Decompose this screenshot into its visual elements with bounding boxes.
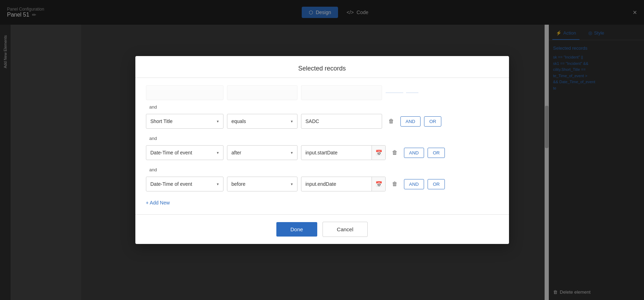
modal-body: and Short Title ▾ equals ▾ 🗑 AND OR <box>135 78 509 214</box>
faded-or-underline <box>406 92 418 93</box>
filter-1-and-button[interactable]: AND <box>400 116 421 127</box>
filter-3-value-input[interactable] <box>301 181 372 187</box>
filter-3-op-label: before <box>232 181 246 187</box>
filter-row-3-container: Date-Time of event ▾ before ▾ 📅 🗑 <box>146 175 498 194</box>
filter-row-3: Date-Time of event ▾ before ▾ 📅 🗑 <box>146 175 498 194</box>
filter-3-and-button[interactable]: AND <box>404 179 424 189</box>
filter-2-or-button[interactable]: OR <box>428 148 445 158</box>
faded-op-select <box>227 85 298 100</box>
filter-1-field-label: Short Title <box>151 118 173 124</box>
calendar-icon-2: 📅 <box>375 181 382 188</box>
filter-1-or-button[interactable]: OR <box>424 116 442 127</box>
filter-2-field-select[interactable]: Date-Time of event ▾ <box>146 145 223 160</box>
filter-3-field-label: Date-Time of event <box>151 181 192 187</box>
filter-2-value-input[interactable] <box>301 150 372 155</box>
filter-2-field-label: Date-Time of event <box>151 150 192 155</box>
faded-filter-row <box>146 83 498 102</box>
add-new-button[interactable]: + Add New <box>146 196 170 209</box>
filter-1-field-chevron: ▾ <box>217 119 219 124</box>
filter-3-op-chevron: ▾ <box>291 182 293 186</box>
modal-title: Selected records <box>146 65 498 72</box>
filter-3-field-chevron: ▾ <box>217 182 219 186</box>
filter-3-delete-button[interactable]: 🗑 <box>389 178 400 190</box>
filter-2-op-label: after <box>232 150 241 155</box>
faded-and-underline <box>386 92 403 93</box>
filter-1-op-chevron: ▾ <box>291 119 293 124</box>
filter-2-op-select[interactable]: after ▾ <box>227 145 298 160</box>
filter-row-1: Short Title ▾ equals ▾ 🗑 AND OR <box>146 112 498 131</box>
filter-2-op-chevron: ▾ <box>291 151 293 155</box>
connector-and-2: and <box>146 134 498 143</box>
filter-row-1-container: Short Title ▾ equals ▾ 🗑 AND OR <box>146 112 498 131</box>
modal-overlay: Selected records and Short Title <box>0 0 644 300</box>
filter-1-field-select[interactable]: Short Title ▾ <box>146 114 223 129</box>
modal-dialog: Selected records and Short Title <box>135 56 509 244</box>
filter-row-2-container: Date-Time of event ▾ after ▾ 📅 🗑 A <box>146 143 498 162</box>
filter-row-2: Date-Time of event ▾ after ▾ 📅 🗑 A <box>146 143 498 162</box>
filter-1-op-label: equals <box>232 118 246 124</box>
faded-value-input <box>301 85 382 100</box>
filter-2-calendar-button[interactable]: 📅 <box>372 146 386 160</box>
filter-2-field-chevron: ▾ <box>217 151 219 155</box>
filter-3-field-select[interactable]: Date-Time of event ▾ <box>146 177 223 191</box>
done-button[interactable]: Done <box>276 222 317 237</box>
filter-3-op-select[interactable]: before ▾ <box>227 177 298 191</box>
filter-2-and-button[interactable]: AND <box>404 148 424 158</box>
modal-footer: Done Cancel <box>135 214 509 244</box>
filter-2-value-container: 📅 <box>301 145 386 160</box>
filter-3-calendar-button[interactable]: 📅 <box>372 177 386 191</box>
modal-header: Selected records <box>135 56 509 78</box>
cancel-button[interactable]: Cancel <box>323 222 368 237</box>
calendar-icon: 📅 <box>375 149 382 156</box>
filter-3-value-container: 📅 <box>301 177 386 191</box>
faded-field-select <box>146 85 223 100</box>
filter-2-delete-button[interactable]: 🗑 <box>389 147 400 158</box>
filter-1-delete-button[interactable]: 🗑 <box>386 116 397 127</box>
filter-1-op-select[interactable]: equals ▾ <box>227 114 298 129</box>
filter-1-value-input[interactable] <box>301 114 382 129</box>
connector-and-1: and <box>146 102 498 112</box>
connector-and-3: and <box>146 165 498 175</box>
filter-3-or-button[interactable]: OR <box>428 179 445 189</box>
